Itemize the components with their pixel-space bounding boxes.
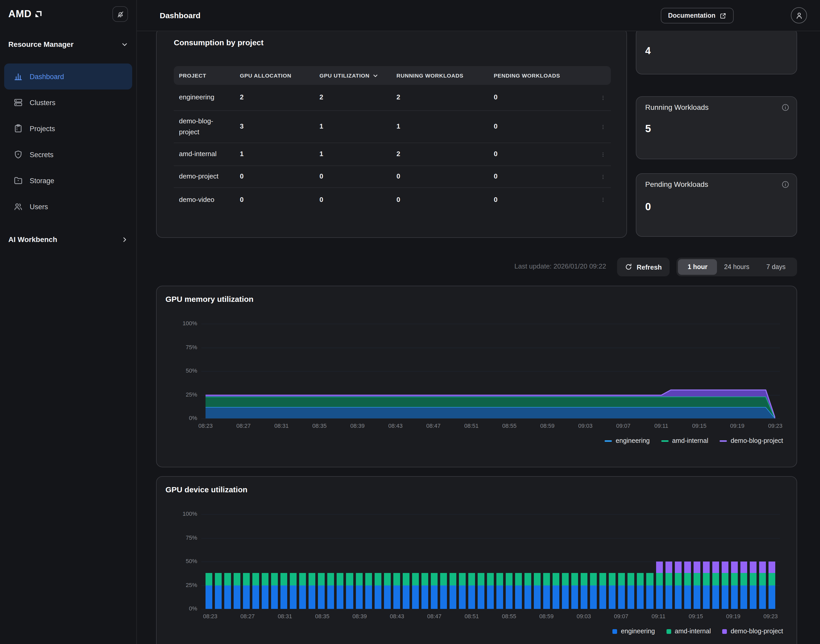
gpu-utilization-label: GPU utilization bbox=[319, 72, 369, 78]
x-axis-label: 08:55 bbox=[497, 423, 522, 429]
x-axis-label: 08:59 bbox=[535, 423, 560, 429]
bar-segment-amd-internal bbox=[449, 573, 456, 585]
bar bbox=[637, 514, 644, 609]
sidebar-item-ai-workbench[interactable]: AI Workbench bbox=[8, 232, 128, 247]
sort-chevron-down-icon bbox=[372, 73, 378, 78]
bar-segment-engineering bbox=[337, 585, 344, 609]
cell-gpu-utilization: 2 bbox=[319, 92, 397, 103]
bars-container bbox=[205, 514, 775, 609]
bar-segment-engineering bbox=[506, 585, 512, 609]
bar bbox=[600, 514, 606, 609]
bar-segment-amd-internal bbox=[478, 573, 484, 585]
bar-segment-engineering bbox=[412, 585, 418, 609]
y-axis-label: 50% bbox=[166, 558, 197, 564]
bar-segment-engineering bbox=[553, 585, 559, 609]
bar bbox=[468, 514, 475, 609]
y-axis-label: 100% bbox=[166, 511, 197, 517]
table-row: amd-internal1120 bbox=[174, 143, 611, 166]
bar bbox=[440, 514, 447, 609]
table-row: demo-blog-project3110 bbox=[174, 111, 611, 143]
cell-gpu-allocation: 0 bbox=[240, 195, 319, 205]
bar-segment-amd-internal bbox=[740, 573, 747, 585]
sidebar-item-storage[interactable]: Storage bbox=[4, 167, 132, 193]
bar-segment-amd-internal bbox=[515, 573, 522, 585]
bar bbox=[393, 514, 400, 609]
bar bbox=[647, 514, 653, 609]
sidebar-item-users[interactable]: Users bbox=[4, 193, 132, 219]
cell-pending-workloads: 0 bbox=[494, 195, 597, 205]
refresh-button[interactable]: Refresh bbox=[617, 258, 670, 276]
bar bbox=[524, 514, 531, 609]
bar-segment-demo-blog-project bbox=[703, 561, 710, 573]
bar bbox=[374, 514, 381, 609]
bar bbox=[309, 514, 316, 609]
chevron-right-icon bbox=[121, 236, 128, 243]
user-avatar[interactable] bbox=[791, 7, 807, 23]
bar bbox=[431, 514, 438, 609]
sidebar-item-dashboard[interactable]: Dashboard bbox=[4, 63, 132, 89]
info-icon[interactable] bbox=[780, 179, 790, 189]
column-header-gpu-allocation[interactable]: GPU allocation bbox=[240, 72, 319, 78]
row-kebab-menu-button[interactable] bbox=[597, 169, 609, 184]
bar-segment-amd-internal bbox=[346, 573, 353, 585]
bar-segment-engineering bbox=[215, 585, 222, 609]
documentation-button[interactable]: Documentation bbox=[661, 8, 734, 23]
legend-label: engineering bbox=[616, 437, 650, 445]
row-kebab-menu-button[interactable] bbox=[597, 193, 609, 207]
bar bbox=[515, 514, 522, 609]
x-axis-label: 09:07 bbox=[611, 423, 636, 429]
bar-segment-engineering bbox=[647, 585, 653, 609]
column-header-gpu-utilization[interactable]: GPU utilization bbox=[319, 72, 397, 78]
row-kebab-menu-button[interactable] bbox=[597, 147, 609, 162]
legend-marker-demo-blog-project bbox=[720, 440, 727, 442]
bar-segment-engineering bbox=[271, 585, 278, 609]
bar-segment-engineering bbox=[740, 585, 747, 609]
sidebar-item-clusters[interactable]: Clusters bbox=[4, 89, 132, 115]
column-header-project[interactable]: Project bbox=[179, 72, 240, 78]
bar-segment-engineering bbox=[346, 585, 353, 609]
column-header-running-workloads[interactable]: Running workloads bbox=[397, 72, 494, 78]
range-option-1-hour[interactable]: 1 hour bbox=[678, 259, 717, 275]
x-axis-label: 08:59 bbox=[534, 613, 559, 619]
notifications-toggle-button[interactable] bbox=[112, 6, 128, 22]
bar-segment-amd-internal bbox=[693, 573, 700, 585]
external-link-icon bbox=[720, 12, 727, 19]
y-axis-label: 75% bbox=[166, 344, 197, 350]
bar-segment-amd-internal bbox=[759, 573, 766, 585]
kebab-icon bbox=[601, 151, 605, 158]
bar bbox=[750, 514, 757, 609]
row-kebab-menu-button[interactable] bbox=[597, 120, 609, 134]
bar-segment-amd-internal bbox=[234, 573, 241, 585]
bar-segment-engineering bbox=[618, 585, 625, 609]
cell-gpu-allocation: 2 bbox=[240, 92, 319, 103]
y-axis-label: 100% bbox=[166, 320, 197, 326]
sidebar-nav: DashboardClustersProjectsSecretsStorageU… bbox=[4, 63, 132, 219]
row-kebab-menu-button[interactable] bbox=[597, 90, 609, 105]
secrets-icon bbox=[14, 150, 23, 159]
sidebar-item-secrets[interactable]: Secrets bbox=[4, 141, 132, 167]
bar-segment-engineering bbox=[374, 585, 381, 609]
bar-segment-amd-internal bbox=[459, 573, 466, 585]
x-axis-label: 09:23 bbox=[758, 613, 783, 619]
documentation-label: Documentation bbox=[668, 12, 716, 19]
column-header-pending-workloads[interactable]: Pending workloads bbox=[494, 72, 597, 78]
sidebar-item-projects[interactable]: Projects bbox=[4, 115, 132, 141]
x-axis-label: 08:39 bbox=[347, 613, 372, 619]
pending-workloads-value: 0 bbox=[645, 201, 651, 213]
x-axis-label: 09:03 bbox=[571, 613, 596, 619]
x-axis-label: 08:43 bbox=[383, 423, 408, 429]
grid-line bbox=[201, 609, 780, 609]
bar bbox=[346, 514, 353, 609]
resource-manager-switcher[interactable]: Resource Manager bbox=[8, 38, 128, 50]
bar bbox=[703, 514, 710, 609]
range-option-24-hours[interactable]: 24 hours bbox=[717, 259, 757, 275]
stacked-area-plot bbox=[205, 324, 775, 419]
cell-pending-workloads: 0 bbox=[494, 121, 597, 132]
legend-marker-amd-internal bbox=[661, 440, 668, 442]
cell-pending-workloads: 0 bbox=[494, 149, 597, 159]
y-axis-label: 75% bbox=[166, 534, 197, 540]
bar-segment-amd-internal bbox=[665, 573, 672, 585]
info-icon[interactable] bbox=[780, 103, 790, 112]
cell-running-workloads: 2 bbox=[397, 92, 494, 103]
range-option-7-days[interactable]: 7 days bbox=[756, 259, 795, 275]
